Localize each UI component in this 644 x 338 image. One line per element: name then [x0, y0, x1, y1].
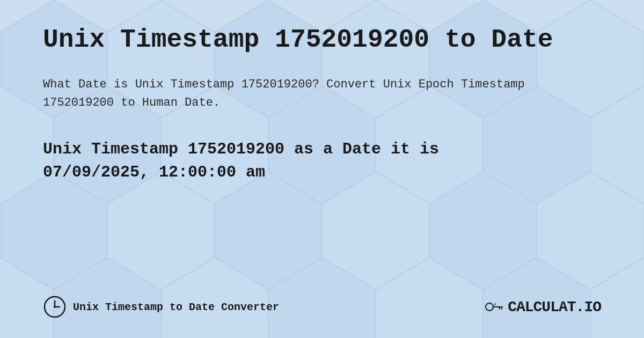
description-text: What Date is Unix Timestamp 1752019200? …	[43, 76, 526, 112]
result-line1: Unix Timestamp 1752019200 as a Date it i…	[43, 140, 439, 158]
clock-icon	[43, 295, 67, 319]
main-content: Unix Timestamp 1752019200 to Date What D…	[0, 0, 644, 338]
result-block: Unix Timestamp 1752019200 as a Date it i…	[43, 138, 601, 185]
footer-left: Unix Timestamp to Date Converter	[43, 295, 279, 319]
footer: Unix Timestamp to Date Converter CALCULA…	[43, 291, 601, 319]
result-line2: 07/09/2025, 12:00:00 am	[43, 163, 265, 181]
page-title: Unix Timestamp 1752019200 to Date	[43, 26, 601, 54]
logo-area: CALCULAT.IO	[484, 297, 601, 317]
svg-point-30	[54, 306, 56, 308]
svg-line-35	[495, 304, 496, 305]
svg-point-31	[486, 303, 493, 311]
logo-text: CALCULAT.IO	[508, 299, 601, 315]
footer-link-text[interactable]: Unix Timestamp to Date Converter	[73, 301, 279, 313]
logo-icon	[484, 297, 503, 317]
